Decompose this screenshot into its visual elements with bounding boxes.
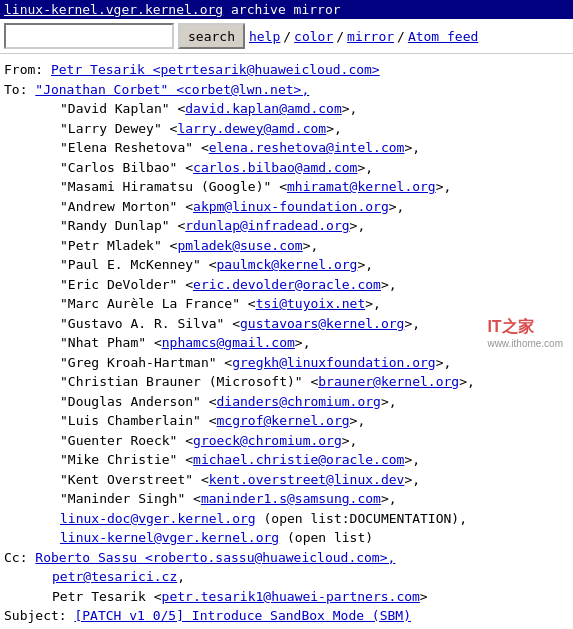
recipient-link[interactable]: carlos.bilbao@amd.com xyxy=(193,160,357,175)
recipient-link[interactable]: pmladek@suse.com xyxy=(177,238,302,253)
recipient-link[interactable]: petr@tesarici.cz xyxy=(52,569,177,584)
list-item: "Elena Reshetova" <elena.reshetova@intel… xyxy=(4,138,569,158)
recipient-link[interactable]: gustavoars@kernel.org xyxy=(240,316,404,331)
to-recipients: "David Kaplan" <david.kaplan@amd.com>, "… xyxy=(4,99,569,548)
cc-primary-address[interactable]: Roberto Sassu <roberto.sassu@huaweicloud… xyxy=(35,550,395,565)
list-item: "Luis Chamberlain" <mcgrof@kernel.org>, xyxy=(4,411,569,431)
to-label: To: xyxy=(4,82,27,97)
cc-line: Cc: Roberto Sassu <roberto.sassu@huaweic… xyxy=(4,548,569,568)
recipient-link[interactable]: gregkh@linuxfoundation.org xyxy=(232,355,436,370)
list-item: "Guenter Roeck" <groeck@chromium.org>, xyxy=(4,431,569,451)
recipient-link[interactable]: david.kaplan@amd.com xyxy=(185,101,342,116)
from-line: From: Petr Tesarik <petrtesarik@huaweicl… xyxy=(4,60,569,80)
mirror-link[interactable]: mirror xyxy=(347,29,394,44)
watermark: IT之家 www.ithome.com xyxy=(487,317,563,349)
header-bar: linux-kernel.vger.kernel.org archive mir… xyxy=(0,0,573,19)
list-item: "Maninder Singh" <maninder1.s@samsung.co… xyxy=(4,489,569,509)
list-item: "Mike Christie" <michael.christie@oracle… xyxy=(4,450,569,470)
color-link[interactable]: color xyxy=(294,29,333,44)
list-item: "Carlos Bilbao" <carlos.bilbao@amd.com>, xyxy=(4,158,569,178)
recipient-link[interactable]: petr.tesarik1@huawei-partners.com xyxy=(162,589,420,604)
list-item: "David Kaplan" <david.kaplan@amd.com>, xyxy=(4,99,569,119)
subject-line: Subject: [PATCH v1 0/5] Introduce SandBo… xyxy=(4,606,569,626)
recipient-link[interactable]: groeck@chromium.org xyxy=(193,433,342,448)
list-item: "Marc Aurèle La France" <tsi@tuyoix.net>… xyxy=(4,294,569,314)
from-address[interactable]: Petr Tesarik <petrtesarik@huaweicloud.co… xyxy=(51,62,380,77)
to-primary-address[interactable]: "Jonathan Corbet" <corbet@lwn.net>, xyxy=(35,82,309,97)
list-item: "Kent Overstreet" <kent.overstreet@linux… xyxy=(4,470,569,490)
list-item: "Larry Dewey" <larry.dewey@amd.com>, xyxy=(4,119,569,139)
subject-label: Subject: xyxy=(4,608,67,623)
nav-links: help / color / mirror / Atom feed xyxy=(249,29,478,44)
list-item: linux-kernel@vger.kernel.org (open list) xyxy=(4,528,569,548)
recipient-link[interactable]: tsi@tuyoix.net xyxy=(256,296,366,311)
atom-feed-link[interactable]: Atom feed xyxy=(408,29,478,44)
list-item: "Eric DeVolder" <eric.devolder@oracle.co… xyxy=(4,275,569,295)
recipient-link[interactable]: paulmck@kernel.org xyxy=(217,257,358,272)
list-address[interactable]: linux-doc@vger.kernel.org xyxy=(60,511,256,526)
recipient-link[interactable]: mcgrof@kernel.org xyxy=(217,413,350,428)
recipient-link[interactable]: nphamcs@gmail.com xyxy=(162,335,295,350)
recipient-link[interactable]: mhiramat@kernel.org xyxy=(287,179,436,194)
search-button[interactable]: search xyxy=(178,23,245,49)
search-input[interactable] xyxy=(4,23,174,49)
from-label: From: xyxy=(4,62,43,77)
list-item: "Gustavo A. R. Silva" <gustavoars@kernel… xyxy=(4,314,569,334)
help-link[interactable]: help xyxy=(249,29,280,44)
site-link[interactable]: linux-kernel.vger.kernel.org xyxy=(4,2,223,17)
list-address[interactable]: linux-kernel@vger.kernel.org xyxy=(60,530,279,545)
list-item: Petr Tesarik <petr.tesarik1@huawei-partn… xyxy=(4,587,569,607)
list-item: "Paul E. McKenney" <paulmck@kernel.org>, xyxy=(4,255,569,275)
recipient-link[interactable]: brauner@kernel.org xyxy=(318,374,459,389)
list-item: "Andrew Morton" <akpm@linux-foundation.o… xyxy=(4,197,569,217)
list-item: "Greg Kroah-Hartman" <gregkh@linuxfounda… xyxy=(4,353,569,373)
recipient-link[interactable]: elena.reshetova@intel.com xyxy=(209,140,405,155)
list-item: "Petr Mladek" <pmladek@suse.com>, xyxy=(4,236,569,256)
list-item: "Randy Dunlap" <rdunlap@infradead.org>, xyxy=(4,216,569,236)
search-bar: search help / color / mirror / Atom feed xyxy=(0,19,573,54)
list-item: petr@tesarici.cz, xyxy=(4,567,569,587)
list-item: "Nhat Pham" <nphamcs@gmail.com>, xyxy=(4,333,569,353)
list-item: linux-doc@vger.kernel.org (open list:DOC… xyxy=(4,509,569,529)
list-item: "Masami Hiramatsu (Google)" <mhiramat@ke… xyxy=(4,177,569,197)
recipient-link[interactable]: akpm@linux-foundation.org xyxy=(193,199,389,214)
cc-recipients: petr@tesarici.cz, Petr Tesarik <petr.tes… xyxy=(4,567,569,606)
recipient-link[interactable]: rdunlap@infradead.org xyxy=(185,218,349,233)
recipient-link[interactable]: maninder1.s@samsung.com xyxy=(201,491,381,506)
subject-link[interactable]: [PATCH v1 0/5] Introduce SandBox Mode (S… xyxy=(74,608,411,623)
cc-label: Cc: xyxy=(4,550,27,565)
list-item: "Douglas Anderson" <dianders@chromium.or… xyxy=(4,392,569,412)
recipient-link[interactable]: michael.christie@oracle.com xyxy=(193,452,404,467)
recipient-link[interactable]: eric.devolder@oracle.com xyxy=(193,277,381,292)
recipient-link[interactable]: dianders@chromium.org xyxy=(217,394,381,409)
recipient-link[interactable]: larry.dewey@amd.com xyxy=(177,121,326,136)
list-item: "Christian Brauner (Microsoft)" <brauner… xyxy=(4,372,569,392)
to-line: To: "Jonathan Corbet" <corbet@lwn.net>, xyxy=(4,80,569,100)
date-line: Date: Wed, 14 Feb 2024 12:30:30 +0100 [t… xyxy=(4,626,569,630)
recipient-link[interactable]: kent.overstreet@linux.dev xyxy=(209,472,405,487)
